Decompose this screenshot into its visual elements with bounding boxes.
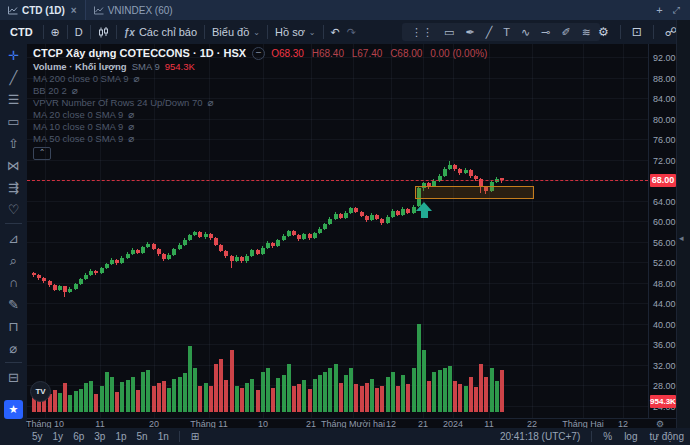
candle-body[interactable]: [162, 254, 166, 259]
candle-body[interactable]: [302, 234, 306, 239]
candle-body[interactable]: [453, 165, 457, 169]
candle-body[interactable]: [219, 245, 223, 251]
range-button-1n[interactable]: 1n: [153, 431, 174, 442]
candle-body[interactable]: [167, 255, 171, 259]
candle-body[interactable]: [276, 240, 280, 246]
candle-body[interactable]: [401, 209, 405, 215]
panel-collapse-handle[interactable]: ◂: [679, 233, 684, 243]
tab-ctd[interactable]: CTD (1D) ×: [0, 0, 86, 20]
auto-scale-button[interactable]: tự động: [644, 431, 690, 442]
eye-off-icon[interactable]: ⌀: [207, 97, 213, 108]
candle-body[interactable]: [406, 209, 410, 213]
candle-body[interactable]: [261, 248, 265, 254]
log-scale-button[interactable]: log: [618, 431, 643, 442]
trendline-icon[interactable]: ╱: [3, 67, 24, 88]
candle-body[interactable]: [386, 217, 390, 223]
indicator-row[interactable]: VPVR Number Of Rows 24 Up/Down 70⌀: [33, 96, 487, 108]
indicators-button[interactable]: ƒx Các chỉ báo: [117, 20, 204, 44]
goto-date-icon[interactable]: ⊞: [185, 431, 205, 442]
candle-body[interactable]: [204, 234, 208, 237]
interval-button[interactable]: D: [68, 20, 90, 44]
crosshair-icon[interactable]: ✛: [3, 45, 24, 66]
candle-body[interactable]: [313, 233, 317, 238]
settings-gear-icon[interactable]: ⚙: [591, 20, 616, 44]
profile-menu-button[interactable]: Hồ sơ ⌄: [268, 20, 323, 44]
candle-body[interactable]: [308, 234, 312, 238]
text-tool-icon[interactable]: T: [498, 26, 515, 38]
indicator-row[interactable]: MA 50 close 0 SMA 9⌀: [33, 132, 487, 144]
remove-drawings-icon[interactable]: ⊟: [3, 367, 24, 388]
candle-body[interactable]: [339, 214, 343, 218]
close-tab-icon[interactable]: ×: [71, 5, 77, 16]
percent-scale-button[interactable]: %: [597, 431, 618, 442]
candle-body[interactable]: [396, 211, 400, 215]
ruler-icon[interactable]: ⊿: [3, 228, 24, 249]
hline-tool-icon[interactable]: ⊸: [536, 26, 555, 39]
add-tab-icon[interactable]: +: [656, 4, 662, 16]
symbol-search-button[interactable]: CTD: [0, 20, 43, 44]
candle-body[interactable]: [79, 279, 83, 283]
candle-body[interactable]: [323, 224, 327, 229]
candle-body[interactable]: [240, 257, 244, 262]
range-button-5n[interactable]: 5n: [132, 431, 153, 442]
candle-body[interactable]: [100, 268, 104, 273]
range-button-3p[interactable]: 3p: [89, 431, 110, 442]
brush-tool-icon[interactable]: ✐: [556, 26, 575, 39]
hide-all-icon[interactable]: ⌀: [3, 338, 24, 359]
undo-button[interactable]: ↶: [324, 20, 347, 44]
indicator-row[interactable]: BB 20 2⌀: [33, 84, 487, 96]
candle-body[interactable]: [391, 211, 395, 217]
candle-body[interactable]: [183, 240, 187, 245]
candle-body[interactable]: [412, 207, 416, 213]
chart-menu-button[interactable]: Biểu đồ ⌄: [205, 20, 267, 44]
candle-body[interactable]: [131, 250, 135, 254]
xabcd-pattern-icon[interactable]: ⋈: [3, 155, 24, 176]
candle-body[interactable]: [152, 244, 156, 249]
candle-body[interactable]: [32, 273, 36, 275]
candle-body[interactable]: [349, 208, 353, 213]
candle-body[interactable]: [474, 176, 478, 179]
expand-window-icon[interactable]: ⤢: [673, 5, 680, 16]
candle-body[interactable]: [89, 271, 93, 275]
candle-body[interactable]: [126, 254, 130, 258]
candle-body[interactable]: [74, 284, 78, 289]
range-button-1p[interactable]: 1p: [110, 431, 131, 442]
candle-body[interactable]: [193, 232, 197, 235]
range-button-1y[interactable]: 1y: [48, 431, 69, 442]
compare-button[interactable]: ⊕: [44, 20, 67, 44]
candle-body[interactable]: [297, 235, 301, 240]
indicator-row[interactable]: MA 20 close 0 SMA 9⌀: [33, 108, 487, 120]
candle-body[interactable]: [365, 216, 369, 220]
candle-body[interactable]: [63, 286, 67, 292]
lock-all-icon[interactable]: ⊓: [3, 316, 24, 337]
rectangle-drawing[interactable]: [415, 186, 534, 199]
candle-body[interactable]: [458, 169, 462, 173]
candle-body[interactable]: [334, 214, 338, 219]
candle-body[interactable]: [48, 281, 52, 285]
drawing-lock-icon[interactable]: ✎: [3, 294, 24, 315]
candle-body[interactable]: [178, 245, 182, 250]
candle-body[interactable]: [157, 249, 161, 255]
indicator-row[interactable]: MA 200 close 0 SMA 9⌀: [33, 72, 487, 84]
candle-body[interactable]: [84, 275, 88, 280]
eye-off-icon[interactable]: ⌀: [128, 133, 134, 144]
chart-plot-area[interactable]: CTCP Xây dựng COTECCONS · 1D · HSX − O68…: [27, 44, 648, 418]
candle-body[interactable]: [58, 286, 62, 290]
candle-body[interactable]: [136, 250, 140, 253]
forecast-icon[interactable]: ⇶: [3, 177, 24, 198]
candle-body[interactable]: [282, 236, 286, 241]
candle-body[interactable]: [287, 231, 291, 236]
fullscreen-icon[interactable]: ⊡: [625, 20, 649, 44]
candle-body[interactable]: [146, 244, 150, 248]
candle-body[interactable]: [68, 289, 72, 292]
candle-body[interactable]: [271, 243, 275, 247]
tv-logo[interactable]: TV: [30, 381, 51, 402]
candle-body[interactable]: [380, 219, 384, 223]
candle-body[interactable]: [105, 264, 109, 268]
volume-legend-row[interactable]: Volume · Khối lượng SMA 9 954.3K: [33, 60, 487, 72]
arrow-up-marker[interactable]: [416, 202, 432, 218]
favorites-star-icon[interactable]: ★: [4, 400, 23, 419]
candle-body[interactable]: [344, 213, 348, 218]
candle-body[interactable]: [370, 215, 374, 220]
eye-off-icon[interactable]: ⌀: [128, 109, 134, 120]
